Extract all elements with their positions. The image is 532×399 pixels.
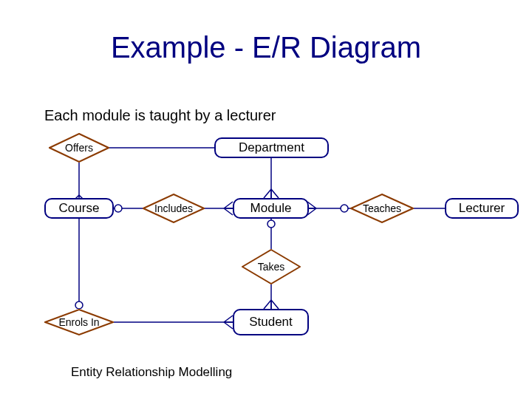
entity-module-label: Module xyxy=(234,200,307,217)
slide-footer: Entity Relationship Modelling xyxy=(71,365,232,380)
relationship-enrols-in: Enrols In xyxy=(44,309,114,335)
relationship-teaches-label: Teaches xyxy=(350,194,414,223)
entity-module: Module xyxy=(233,198,309,219)
slide-subtitle: Each module is taught by a lecturer xyxy=(44,107,276,124)
er-diagram-slide: Example - E/R Diagram Each module is tau… xyxy=(0,0,532,399)
entity-student: Student xyxy=(233,309,309,335)
relationship-offers-label: Offers xyxy=(49,133,109,163)
entity-course-label: Course xyxy=(46,200,112,217)
entity-department: Department xyxy=(214,137,329,158)
relationship-includes: Includes xyxy=(143,194,205,223)
relationship-enrols-in-label: Enrols In xyxy=(44,309,114,335)
relationship-takes-label: Takes xyxy=(242,249,301,284)
relationship-teaches: Teaches xyxy=(350,194,414,223)
relationship-offers: Offers xyxy=(49,133,109,163)
svg-point-9 xyxy=(267,220,275,228)
svg-point-13 xyxy=(75,301,83,309)
svg-point-4 xyxy=(115,205,122,212)
entity-course: Course xyxy=(44,198,114,219)
svg-point-6 xyxy=(341,205,348,212)
relationship-takes: Takes xyxy=(242,249,301,284)
entity-lecturer-label: Lecturer xyxy=(446,200,517,217)
relationship-includes-label: Includes xyxy=(143,194,205,223)
entity-student-label: Student xyxy=(234,310,307,334)
entity-lecturer: Lecturer xyxy=(445,198,519,219)
slide-title: Example - E/R Diagram xyxy=(0,31,532,64)
entity-department-label: Department xyxy=(216,139,327,157)
